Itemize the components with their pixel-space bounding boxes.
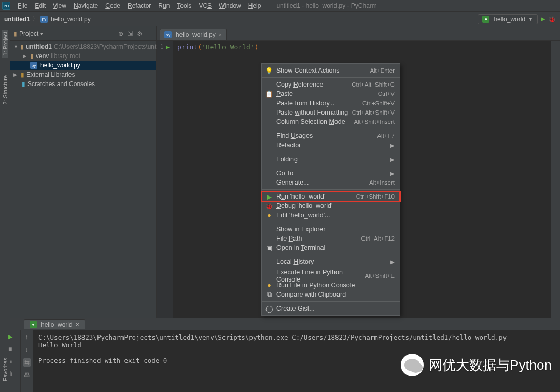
ctx-item[interactable]: ▣Open in Terminal: [262, 243, 400, 253]
ctx-label: Paste from History...: [276, 100, 334, 107]
ctx-item[interactable]: 📋PasteCtrl+V: [262, 89, 400, 99]
ctx-item[interactable]: Local History▶: [262, 257, 400, 267]
submenu-arrow-icon: ▶: [390, 143, 395, 148]
ctx-item[interactable]: Copy ReferenceCtrl+Alt+Shift+C: [262, 80, 400, 89]
dropdown-caret-icon: ▼: [528, 17, 533, 22]
stop-button[interactable]: ■: [8, 345, 12, 353]
ctx-label: Run File in Python Console: [276, 282, 355, 289]
collapse-icon[interactable]: ⇲: [128, 30, 133, 37]
gutter-run-icon[interactable]: ▶: [166, 44, 170, 50]
tree-file-selected[interactable]: py hello_world.py: [10, 61, 156, 70]
ctx-item[interactable]: ●Edit 'hello_world'...: [262, 211, 400, 220]
tree-external-libs[interactable]: ▶▮ External Libraries: [10, 70, 156, 79]
menu-code[interactable]: Code: [102, 1, 123, 10]
tree-venv[interactable]: ▶▮ venv library root: [10, 51, 156, 61]
ctx-item[interactable]: File PathCtrl+Alt+F12: [262, 234, 400, 243]
ctx-item[interactable]: Column Selection ModeAlt+Shift+Insert: [262, 117, 400, 127]
code-token-str: 'Hello World': [202, 43, 255, 51]
gh-icon: ◯: [265, 305, 273, 313]
ctx-shortcut: Alt+F7: [377, 133, 395, 139]
menu-vcs[interactable]: VCS: [195, 1, 215, 10]
menu-view[interactable]: View: [50, 1, 69, 10]
ctx-item[interactable]: Refactor▶: [262, 141, 400, 150]
navigation-bar: untitled1 〉 py hello_world.py ● hello_wo…: [0, 12, 560, 26]
line-number-gutter: 1 ▶: [157, 41, 173, 318]
run-tool-tab[interactable]: ● hello_world ×: [24, 319, 85, 329]
down-button[interactable]: ↓: [25, 346, 29, 353]
ctx-item[interactable]: 💡Show Context ActionsAlt+Enter: [262, 66, 400, 75]
breadcrumb-project[interactable]: untitled1: [4, 16, 30, 23]
ctx-label: Compare with Clipboard: [276, 291, 346, 298]
ctx-item[interactable]: ◯Create Gist...: [262, 304, 400, 313]
rerun-button[interactable]: ▶: [8, 333, 12, 340]
hide-icon[interactable]: —: [147, 30, 153, 37]
python-file-icon: py: [40, 16, 48, 23]
ctx-label: Show Context Actions: [276, 67, 340, 74]
tree-scratches[interactable]: ▮ Scratches and Consoles: [10, 79, 156, 89]
python-file-icon: py: [164, 31, 172, 38]
ctx-item[interactable]: ▶Run 'hello_world'Ctrl+Shift+F10: [262, 192, 400, 201]
tool-tab-project[interactable]: 1: Project: [2, 30, 8, 58]
diff-icon: ⧉: [265, 291, 273, 299]
wrap-button[interactable]: ⇆: [23, 358, 31, 367]
run-tool-side-controls2: ↑ ↓ ⇆ 🖶: [21, 330, 33, 392]
up-button[interactable]: ↑: [25, 333, 29, 341]
print-button[interactable]: 🖶: [24, 372, 30, 379]
breadcrumb-file[interactable]: hello_world.py: [51, 16, 91, 23]
ctx-label: Run 'hello_world': [276, 193, 325, 200]
tree-file-name: hello_world.py: [40, 62, 80, 69]
ctx-item[interactable]: Show in Explorer: [262, 225, 400, 234]
ctx-item[interactable]: ●Run File in Python Console: [262, 281, 400, 290]
ctx-label: Paste: [276, 90, 293, 97]
tool-tab-favorites[interactable]: Favorites: [2, 358, 8, 381]
tree-root[interactable]: ▼▮ untitled1 C:\Users\18823\PycharmProje…: [10, 42, 156, 51]
ctx-item[interactable]: 🐞Debug 'hello_world': [262, 201, 400, 211]
project-tool-window: ▮ Project ▾ ⊕ ⇲ ⚙ — ▼▮ untitled1 C:\User…: [10, 26, 157, 318]
ctx-shortcut: Ctrl+V: [378, 91, 395, 97]
ctx-item[interactable]: Find UsagesAlt+F7: [262, 131, 400, 141]
project-header: ▮ Project ▾ ⊕ ⇲ ⚙ —: [10, 26, 156, 41]
ctx-item[interactable]: Generate...Alt+Insert: [262, 178, 400, 187]
ctx-item[interactable]: Paste without FormattingCtrl+Alt+Shift+V: [262, 108, 400, 117]
run-config-selector[interactable]: ● hello_world ▼: [478, 14, 538, 24]
ctx-item[interactable]: Go To▶: [262, 169, 400, 178]
debug-button[interactable]: 🐞: [548, 16, 556, 23]
title-bar: PC File Edit View Navigate Code Refactor…: [0, 0, 560, 12]
left-tool-strip: 1: Project 2: Structure: [0, 26, 10, 318]
ctx-item[interactable]: ⧉Compare with Clipboard: [262, 290, 400, 299]
tree-ext-label: External Libraries: [26, 71, 75, 78]
folder-icon: ▮: [13, 30, 17, 37]
menu-tools[interactable]: Tools: [174, 1, 194, 10]
ctx-shortcut: Alt+Shift+E: [365, 273, 395, 279]
ctx-item[interactable]: Paste from History...Ctrl+Shift+V: [262, 99, 400, 108]
ctx-item[interactable]: Folding▶: [262, 155, 400, 164]
console-line: C:\Users\18823\PycharmProjects\untitled1…: [38, 333, 507, 341]
debug-icon: 🐞: [265, 202, 273, 210]
menu-window[interactable]: Window: [216, 1, 244, 10]
close-tab-icon[interactable]: ×: [76, 321, 79, 328]
tool-tab-structure[interactable]: 2: Structure: [2, 73, 8, 107]
menu-edit[interactable]: Edit: [32, 1, 49, 10]
submenu-arrow-icon: ▶: [390, 171, 395, 176]
close-tab-icon[interactable]: ×: [219, 32, 222, 38]
window-title: untitled1 - hello_world.py - PyCharm: [276, 2, 376, 9]
run-config-name: hello_world: [494, 16, 525, 23]
locate-icon[interactable]: ⊕: [118, 30, 123, 37]
run-button[interactable]: ▶: [541, 16, 545, 22]
breadcrumb-separator: 〉: [32, 15, 38, 23]
menu-help[interactable]: Help: [245, 1, 264, 10]
menu-file[interactable]: File: [15, 1, 31, 10]
ctx-label: Create Gist...: [276, 305, 315, 312]
ctx-label: Copy Reference: [276, 81, 323, 88]
run-tool-tabbar: ● hello_world ×: [0, 318, 560, 330]
ctx-shortcut: Ctrl+Alt+Shift+C: [352, 81, 395, 88]
editor-tab[interactable]: py hello_world.py ×: [160, 29, 227, 40]
bulb-icon: 💡: [265, 67, 273, 75]
dropdown-caret-icon[interactable]: ▾: [40, 31, 43, 36]
settings-gear-icon[interactable]: ⚙: [137, 30, 143, 37]
menu-run[interactable]: Run: [155, 1, 173, 10]
ctx-item[interactable]: Execute Line in Python ConsoleAlt+Shift+…: [262, 271, 400, 281]
menu-refactor[interactable]: Refactor: [124, 1, 154, 10]
menu-navigate[interactable]: Navigate: [71, 1, 101, 10]
right-gutter: [551, 41, 560, 318]
